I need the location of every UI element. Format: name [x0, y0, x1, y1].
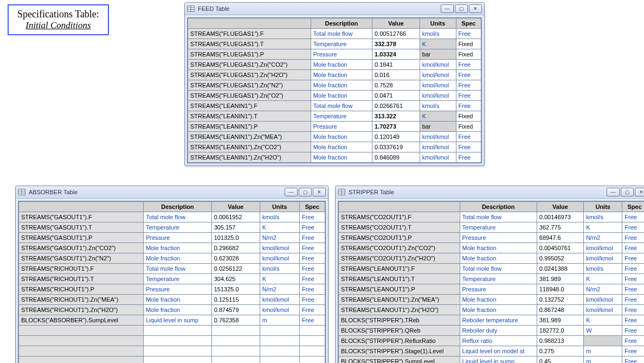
- cell-description[interactable]: Pressure: [460, 233, 537, 243]
- cell-units[interactable]: kmol/s: [260, 264, 299, 274]
- cell-spec[interactable]: Free: [299, 233, 325, 243]
- row-label[interactable]: STREAMS("RICHOUT1").Zn("H2O"): [19, 305, 144, 315]
- cell-units[interactable]: K: [584, 315, 622, 326]
- table-row[interactable]: STREAMS("LEANIN1").FTotal mole flow0.026…: [188, 101, 481, 111]
- cell-description[interactable]: Reboiler temperature: [460, 315, 537, 326]
- col-header[interactable]: Description: [460, 202, 537, 212]
- col-header[interactable]: Description: [311, 18, 372, 29]
- cell-units[interactable]: kmol/s: [260, 212, 299, 222]
- table-row[interactable]: STREAMS("RICHOUT1").TTemperature304.625K…: [19, 274, 325, 284]
- cell-units[interactable]: kmol/kmol: [584, 243, 622, 253]
- row-label[interactable]: STREAMS("RICHOUT1").Zn("MEA"): [19, 295, 144, 305]
- row-label[interactable]: STREAMS("FLUEGAS1").Zn("CO2"): [188, 60, 311, 70]
- cell-value[interactable]: 0.0471: [372, 91, 420, 101]
- cell-units[interactable]: kmol/kmol: [584, 295, 622, 305]
- row-label[interactable]: STREAMS("LEANIN1").P: [188, 122, 311, 132]
- cell-description[interactable]: Mole fraction: [144, 295, 212, 305]
- col-header[interactable]: Value: [537, 202, 583, 212]
- minimize-button[interactable]: —: [285, 188, 298, 196]
- cell-spec[interactable]: Free: [622, 356, 644, 364]
- cell-spec[interactable]: Free: [299, 264, 325, 274]
- cell-value[interactable]: 381.989: [537, 315, 583, 326]
- close-button[interactable]: ✕: [469, 4, 482, 13]
- table-row[interactable]: STREAMS("GASOUT1").FTotal mole flow0.006…: [19, 212, 325, 222]
- cell-description[interactable]: Pressure: [311, 49, 372, 60]
- cell-spec[interactable]: Free: [622, 315, 644, 326]
- col-header[interactable]: Units: [260, 202, 299, 212]
- cell-value[interactable]: 0.00512766: [372, 29, 420, 39]
- table-row[interactable]: STREAMS("CO2OUT1").PPressure68947.6N/m2F…: [339, 233, 645, 243]
- row-label[interactable]: STREAMS("GASOUT1").Zn("N2"): [19, 253, 144, 264]
- cell-value[interactable]: 362.775: [537, 222, 583, 233]
- cell-description[interactable]: Mole fraction: [144, 253, 212, 264]
- cell-units[interactable]: kmol/kmol: [420, 132, 456, 142]
- table-row[interactable]: STREAMS("GASOUT1").Zn("N2")Mole fraction…: [19, 253, 325, 264]
- cell-description[interactable]: Mole fraction: [311, 91, 372, 101]
- table-row[interactable]: STREAMS("LEANIN1").TTemperature313.322KF…: [188, 111, 481, 122]
- table-row[interactable]: STREAMS("CO2OUT1").FTotal mole flow0.001…: [339, 212, 645, 222]
- cell-spec[interactable]: Free: [622, 326, 644, 336]
- maximize-button[interactable]: ▢: [621, 188, 634, 196]
- cell-description[interactable]: Total mole flow: [460, 212, 537, 222]
- row-label[interactable]: BLOCKS("STRIPPER").TReb: [339, 315, 460, 326]
- table-row[interactable]: BLOCKS("STRIPPER").RefluxRatioReflux rat…: [339, 336, 645, 346]
- table-row[interactable]: STREAMS("FLUEGAS1").Zn("CO2")Mole fracti…: [188, 60, 481, 70]
- cell-value[interactable]: 0.120149: [372, 132, 420, 142]
- table-row[interactable]: STREAMS("LEANIN1").Zn("CO2")Mole fractio…: [188, 142, 481, 152]
- cell-units[interactable]: kmol/kmol: [420, 70, 456, 80]
- row-label[interactable]: STREAMS("LEANOUT1").Zn("MEA"): [339, 295, 460, 305]
- cell-value[interactable]: 0.7528: [372, 80, 420, 91]
- table-row[interactable]: BLOCKS("STRIPPER").SumpLevelLiquid level…: [339, 356, 645, 364]
- cell-description[interactable]: Mole fraction: [311, 60, 372, 70]
- cell-value[interactable]: 0.132752: [537, 295, 583, 305]
- row-label[interactable]: STREAMS("LEANIN1").Zn("H2O"): [188, 152, 311, 163]
- table-row[interactable]: STREAMS("FLUEGAS1").Zn("O2")Mole fractio…: [188, 91, 481, 101]
- cell-description[interactable]: Total mole flow: [460, 264, 537, 274]
- cell-value[interactable]: 101325.0: [211, 233, 260, 243]
- cell-description[interactable]: Temperature: [460, 222, 537, 233]
- cell-value[interactable]: 0.1841: [372, 60, 420, 70]
- cell-description[interactable]: Mole fraction: [311, 142, 372, 152]
- cell-value[interactable]: 305.157: [211, 222, 260, 233]
- cell-value[interactable]: 0.762358: [211, 315, 260, 326]
- table-row[interactable]: STREAMS("GASOUT1").TTemperature305.157KF…: [19, 222, 325, 233]
- row-label[interactable]: BLOCKS("STRIPPER").QReb: [339, 326, 460, 336]
- table-row[interactable]: STREAMS("LEANIN1").PPressure1.70273barFi…: [188, 122, 481, 132]
- col-header[interactable]: Units: [584, 202, 622, 212]
- cell-spec[interactable]: Free: [299, 212, 325, 222]
- cell-spec[interactable]: Free: [456, 70, 481, 80]
- row-header-col[interactable]: [339, 202, 460, 212]
- table-row[interactable]: STREAMS("CO2OUT1").Zn("CO2")Mole fractio…: [339, 243, 645, 253]
- cell-units[interactable]: kmol/s: [584, 264, 622, 274]
- cell-units[interactable]: kmol/s: [584, 212, 622, 222]
- cell-spec[interactable]: Free: [622, 253, 644, 264]
- close-button[interactable]: ✕: [313, 188, 326, 196]
- cell-value[interactable]: 0.0061952: [211, 212, 260, 222]
- cell-spec[interactable]: Fixed: [456, 49, 481, 60]
- cell-description[interactable]: Mole fraction: [311, 132, 372, 142]
- titlebar[interactable]: STRIPPER Table — ▢ ✕: [336, 186, 644, 199]
- cell-units[interactable]: N/m2: [584, 284, 622, 295]
- cell-units[interactable]: m: [584, 356, 622, 364]
- table-row[interactable]: BLOCKS("STRIPPER").TRebReboiler temperat…: [339, 315, 645, 326]
- cell-units[interactable]: K: [260, 274, 299, 284]
- cell-description[interactable]: Mole fraction: [311, 80, 372, 91]
- row-label[interactable]: STREAMS("LEANOUT1").T: [339, 274, 460, 284]
- cell-description[interactable]: Temperature: [144, 274, 212, 284]
- cell-units[interactable]: N/m2: [260, 233, 299, 243]
- cell-units[interactable]: kmol/kmol: [420, 60, 456, 70]
- row-label[interactable]: STREAMS("FLUEGAS1").T: [188, 39, 311, 49]
- cell-value[interactable]: 304.625: [211, 274, 260, 284]
- cell-description[interactable]: Temperature: [311, 111, 372, 122]
- cell-spec[interactable]: Free: [622, 274, 644, 284]
- col-header[interactable]: Units: [420, 18, 456, 29]
- cell-value[interactable]: 0.00450761: [537, 243, 583, 253]
- table-row[interactable]: STREAMS("LEANOUT1").Zn("H2O")Mole fracti…: [339, 305, 645, 315]
- cell-spec[interactable]: Free: [622, 243, 644, 253]
- table-row[interactable]: STREAMS("RICHOUT1").Zn("H2O")Mole fracti…: [19, 305, 325, 315]
- cell-units[interactable]: kmol/kmol: [420, 142, 456, 152]
- table-row[interactable]: STREAMS("LEANOUT1").Zn("MEA")Mole fracti…: [339, 295, 645, 305]
- maximize-button[interactable]: ▢: [299, 188, 312, 196]
- cell-units[interactable]: K: [584, 222, 622, 233]
- cell-spec[interactable]: Free: [456, 29, 481, 39]
